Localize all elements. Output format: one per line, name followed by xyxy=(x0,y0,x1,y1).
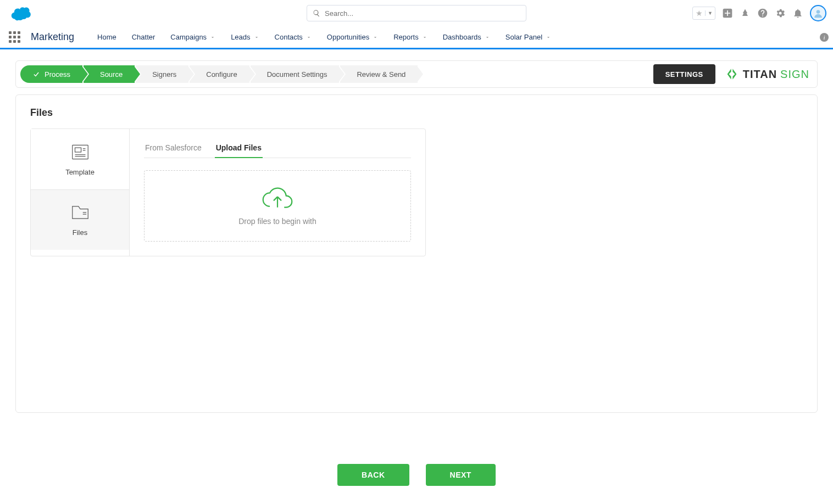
favorites-toggle[interactable]: ★ ▼ xyxy=(692,7,715,20)
wizard-step-signers[interactable]: Signers xyxy=(136,65,188,83)
files-box: Template Files From Salesforce Upload Fi… xyxy=(30,128,426,256)
nav-item-solar-panel[interactable]: Solar Panel xyxy=(499,26,558,49)
titan-logo-text-1: TITAN xyxy=(743,68,777,81)
notifications-bell-icon[interactable] xyxy=(792,8,803,19)
side-item-files[interactable]: Files xyxy=(31,189,129,250)
wizard-step-label: Review & Send xyxy=(357,70,406,79)
add-icon[interactable] xyxy=(722,8,733,19)
chevron-down-icon xyxy=(306,35,312,40)
app-frame: ProcessSourceSignersConfigureDocument Se… xyxy=(0,49,833,502)
wizard-bar: ProcessSourceSignersConfigureDocument Se… xyxy=(15,60,818,88)
wizard-right: SETTINGS TITAN SIGN xyxy=(653,64,809,84)
nav-item-reports[interactable]: Reports xyxy=(387,26,434,49)
wizard-step-review-send[interactable]: Review & Send xyxy=(340,65,418,83)
svg-marker-3 xyxy=(727,69,731,80)
footer-buttons: BACK NEXT xyxy=(0,464,833,486)
nav-items: HomeChatterCampaignsLeadsContactsOpportu… xyxy=(91,26,558,49)
back-button[interactable]: BACK xyxy=(337,464,409,486)
wizard-step-configure[interactable]: Configure xyxy=(190,65,249,83)
files-tabs: From Salesforce Upload Files xyxy=(144,139,411,158)
app-name: Marketing xyxy=(31,31,74,43)
check-icon xyxy=(32,70,40,78)
nav-item-label: Contacts xyxy=(275,33,303,41)
nav-item-label: Dashboards xyxy=(443,33,481,41)
settings-button[interactable]: SETTINGS xyxy=(653,64,715,84)
next-button[interactable]: NEXT xyxy=(426,464,496,486)
info-icon[interactable]: i xyxy=(820,33,829,42)
cloud-upload-icon xyxy=(258,186,297,210)
tab-upload-files[interactable]: Upload Files xyxy=(215,139,263,158)
nav-item-label: Reports xyxy=(393,33,419,41)
nav-item-label: Campaigns xyxy=(170,33,207,41)
side-item-files-label: Files xyxy=(73,228,87,237)
titan-logo-text-2: SIGN xyxy=(780,68,809,81)
user-avatar[interactable] xyxy=(810,5,826,21)
setup-gear-icon[interactable] xyxy=(775,8,786,19)
side-item-template-label: Template xyxy=(65,168,95,176)
star-icon: ★ xyxy=(693,9,705,18)
titan-sign-logo: TITAN SIGN xyxy=(724,66,809,82)
chevron-down-icon xyxy=(254,35,259,40)
folder-icon xyxy=(70,203,91,222)
nav-item-home[interactable]: Home xyxy=(91,26,123,49)
drop-zone[interactable]: Drop files to begin with xyxy=(144,170,411,242)
search-icon xyxy=(313,9,320,17)
salesforce-logo xyxy=(11,5,33,21)
main-panel: Files Template xyxy=(15,94,818,413)
wizard-step-label: Process xyxy=(45,70,70,79)
search-box[interactable] xyxy=(307,5,526,21)
drop-zone-text: Drop files to begin with xyxy=(238,217,316,226)
search-container xyxy=(307,5,526,21)
chevron-down-icon: ▼ xyxy=(705,10,715,16)
help-icon[interactable] xyxy=(757,8,768,19)
nav-item-label: Chatter xyxy=(132,33,156,41)
chevron-down-icon xyxy=(422,35,427,40)
nav-item-label: Leads xyxy=(231,33,250,41)
nav-item-label: Home xyxy=(97,33,116,41)
nav-item-contacts[interactable]: Contacts xyxy=(268,26,318,49)
chevron-down-icon xyxy=(485,35,490,40)
tab-from-salesforce[interactable]: From Salesforce xyxy=(144,139,203,158)
wizard-step-label: Source xyxy=(100,70,123,79)
side-item-template[interactable]: Template xyxy=(31,129,129,189)
trailhead-icon[interactable] xyxy=(740,8,751,19)
nav-item-leads[interactable]: Leads xyxy=(224,26,265,49)
wizard-step-label: Configure xyxy=(206,70,237,79)
wizard-step-source[interactable]: Source xyxy=(84,65,135,83)
wizard-steps: ProcessSourceSignersConfigureDocument Se… xyxy=(20,65,419,83)
files-content-column: From Salesforce Upload Files Drop files … xyxy=(130,129,425,256)
avatar-icon xyxy=(813,8,824,19)
wizard-step-process[interactable]: Process xyxy=(20,65,82,83)
nav-item-campaigns[interactable]: Campaigns xyxy=(164,26,222,49)
svg-rect-6 xyxy=(75,148,81,152)
app-launcher-icon[interactable] xyxy=(9,31,21,43)
nav-item-chatter[interactable]: Chatter xyxy=(125,26,162,49)
template-icon xyxy=(70,143,91,161)
chevron-down-icon xyxy=(546,35,551,40)
chevron-down-icon xyxy=(210,35,215,40)
chevron-down-icon xyxy=(373,35,378,40)
files-side-column: Template Files xyxy=(31,129,130,256)
nav-item-label: Solar Panel xyxy=(506,33,542,41)
svg-marker-4 xyxy=(732,69,736,80)
section-title-files: Files xyxy=(30,107,803,119)
nav-item-opportunities[interactable]: Opportunities xyxy=(320,26,385,49)
global-header: ★ ▼ xyxy=(0,0,833,26)
svg-point-2 xyxy=(817,10,820,14)
wizard-step-document-settings[interactable]: Document Settings xyxy=(251,65,340,83)
header-icon-row: ★ ▼ xyxy=(692,5,826,21)
nav-item-label: Opportunities xyxy=(327,33,369,41)
wizard-step-label: Signers xyxy=(152,70,176,79)
nav-bar: Marketing HomeChatterCampaignsLeadsConta… xyxy=(0,26,833,49)
nav-item-dashboards[interactable]: Dashboards xyxy=(436,26,497,49)
wizard-step-label: Document Settings xyxy=(267,70,327,79)
search-input[interactable] xyxy=(325,9,520,18)
titan-mark-icon xyxy=(724,66,740,82)
